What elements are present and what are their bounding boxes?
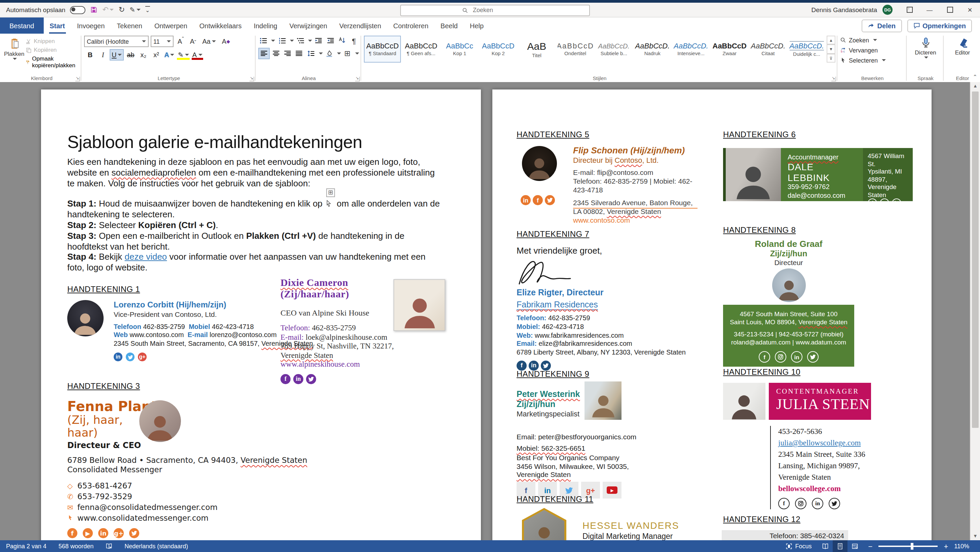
web-layout-button[interactable] [848,540,862,552]
facebook-icon[interactable]: f [868,199,877,208]
align-left-button[interactable] [258,48,270,59]
vertical-scrollbar[interactable]: ▲ ▼ [970,82,980,540]
change-case-button[interactable]: Aa [200,36,218,47]
facebook-icon[interactable]: f [67,528,77,539]
bold-button[interactable]: B [84,50,96,60]
move-handle-icon[interactable]: ⊞ [326,189,335,197]
multilevel-list-button[interactable] [295,36,306,46]
tab-ontwikkelaars[interactable]: Ontwikkelaars [193,17,248,33]
styles-more-button[interactable]: ⊽ [827,54,835,62]
paste-button[interactable]: Plakken [4,36,25,68]
superscript-button[interactable]: x² [150,50,162,60]
highlight-color-button[interactable]: ✎ [177,50,190,60]
zoom-slider-knob[interactable] [911,543,913,550]
language-indicator[interactable]: Nederlands (standaard) [118,540,194,552]
comments-button[interactable]: Opmerkingen [907,19,972,32]
decrease-indent-button[interactable] [314,36,324,46]
tab-tekenen[interactable]: Tekenen [111,17,148,33]
save-button[interactable] [90,6,97,13]
style-intensieve-benadrukking[interactable]: AaBbCcD.Intensieve... [672,36,710,62]
style-ondertitel[interactable]: AaBbCcDOndertitel [557,36,594,62]
facebook-icon[interactable]: f [778,498,790,509]
tab-bestand[interactable]: Bestand [0,17,43,33]
twitter-icon[interactable] [306,374,316,384]
collapse-ribbon-button[interactable]: ⌃ [973,74,977,80]
grow-font-button[interactable]: A [175,36,186,47]
bullet-list-button[interactable] [258,36,269,46]
style-kop2[interactable]: AaBbCcDKop 2 [480,36,517,62]
justify-button[interactable] [294,48,304,59]
tab-help[interactable]: Help [464,17,490,33]
linkedin-icon[interactable]: in [892,199,901,208]
select-button[interactable]: Selecteren [840,56,905,65]
facebook-icon[interactable]: f [759,351,770,363]
style-titel[interactable]: AaBTitel [518,36,555,62]
signature2-website[interactable]: www.alpineskihouse.com [280,360,449,369]
read-mode-button[interactable] [818,540,833,552]
sort-button[interactable] [337,36,347,46]
search-box[interactable] [400,4,590,16]
strikethrough-button[interactable]: ab [124,50,137,60]
borders-button[interactable]: ⊞ [342,48,352,59]
shrink-font-button[interactable]: A [188,36,199,47]
instagram-icon[interactable] [775,351,786,363]
editor-button[interactable]: Editor [955,36,970,56]
pilcrow-button[interactable]: ¶ [349,36,359,46]
styles-dialog-launcher[interactable]: ↘ [831,77,836,81]
maximize-button[interactable] [940,3,960,17]
scroll-down-icon[interactable]: ▼ [970,532,980,540]
style-subtiele-benadrukking[interactable]: AaBbCcD.Subtiele b... [595,36,633,62]
font-dialog-launcher[interactable]: ↘ [250,77,254,81]
text-effects-button[interactable]: A [163,50,175,60]
autosave-toggle[interactable] [70,6,86,14]
tab-verwijzingen[interactable]: Verwijzingen [283,17,333,33]
undo-button[interactable]: ↶ [102,5,114,14]
instagram-icon[interactable] [795,498,807,509]
style-citaat[interactable]: AaBbCcD.Citaat [749,36,787,62]
minimize-button[interactable]: — [920,3,940,17]
style-geen-afstand[interactable]: AaBbCcD¶ Geen afs... [402,36,440,62]
googleplus-icon[interactable]: g+ [138,353,146,362]
tab-indeling[interactable]: Indeling [248,17,283,33]
font-family-combo[interactable]: Calibri (Hoofdte [84,36,149,47]
font-size-combo[interactable]: 11 [151,36,173,47]
format-painter-button[interactable]: Opmaak kopiëren/plakken [26,55,80,68]
line-spacing-button[interactable] [306,48,316,59]
video-link[interactable]: deze video [125,252,167,262]
copy-button[interactable]: Kopiëren [26,46,80,53]
proofing-icon[interactable] [100,540,118,552]
signature5-website[interactable]: www.contoso.com [573,216,701,225]
linkedin-icon[interactable]: in [791,351,802,363]
ribbon-display-options-button[interactable]: ↑ [899,3,920,17]
zoom-slider[interactable] [878,546,938,547]
style-zwaar[interactable]: AaBbCcDZwaar [711,36,748,62]
twitter-icon[interactable] [807,351,819,363]
word-count[interactable]: 568 woorden [52,540,100,552]
facebook-icon[interactable]: f [533,195,543,205]
linkedin-icon[interactable]: in [520,195,531,205]
tab-controleren[interactable]: Controleren [387,17,434,33]
paragraph-dialog-launcher[interactable]: ↘ [355,77,360,81]
twitter-icon[interactable] [545,195,555,205]
italic-button[interactable]: I [97,50,109,60]
font-color-button[interactable]: A [191,50,204,60]
draw-pen-button[interactable]: ✎ [129,6,141,13]
close-button[interactable]: ✕ [960,3,980,17]
cut-button[interactable]: Knippen [26,38,80,45]
signature10-email[interactable]: julia@bellowscollege.com [778,439,861,447]
linkedin-icon[interactable]: in [98,528,108,539]
zoom-level[interactable]: 110% [954,543,969,550]
dictate-button[interactable]: Dicteren [915,36,936,59]
facebook-icon[interactable]: f [280,374,291,384]
styles-scroll-down[interactable]: ▼ [827,45,835,54]
numbered-list-button[interactable] [277,36,287,46]
twitter-icon[interactable] [129,528,139,539]
youtube-icon[interactable]: ▶ [603,482,622,498]
twitter-icon[interactable] [829,498,840,509]
scroll-up-icon[interactable]: ▲ [970,82,980,90]
redo-button[interactable]: ↻ [119,5,125,14]
underline-button[interactable]: U [110,49,124,60]
tab-beeld[interactable]: Beeld [434,17,464,33]
linkedin-icon[interactable]: in [812,498,823,509]
clipboard-dialog-launcher[interactable]: ↘ [75,77,80,81]
